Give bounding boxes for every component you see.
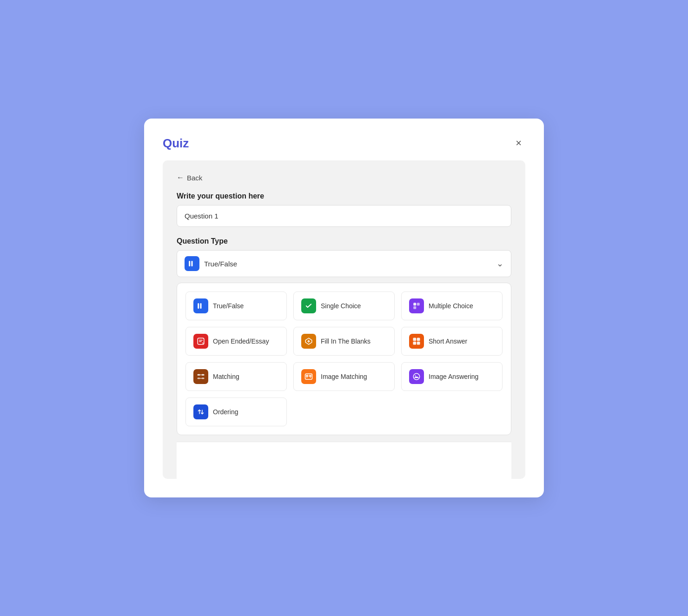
option-label-multiple-choice: Multiple Choice <box>429 302 473 310</box>
svg-point-26 <box>415 375 416 376</box>
option-matching[interactable]: Matching <box>185 362 287 391</box>
modal-body: ← Back Write your question here Question… <box>163 160 525 479</box>
close-button[interactable]: × <box>512 135 525 151</box>
selected-type-icon <box>185 256 199 271</box>
option-label-matching: Matching <box>213 373 239 380</box>
option-label-image-answering: Image Answering <box>429 373 478 380</box>
option-ordering[interactable]: Ordering <box>185 397 287 426</box>
option-open-ended[interactable]: Open Ended/Essay <box>185 327 287 356</box>
option-image-matching[interactable]: Image Matching <box>293 362 395 391</box>
question-type-label: Question Type <box>177 237 511 245</box>
fill-blanks-icon <box>301 334 316 349</box>
dropdown-selected: True/False <box>185 256 237 271</box>
svg-rect-5 <box>417 303 420 305</box>
ordering-icon <box>193 404 208 419</box>
svg-rect-0 <box>189 261 190 266</box>
option-label-single-choice: Single Choice <box>321 302 361 310</box>
option-label-image-matching: Image Matching <box>321 373 367 380</box>
svg-rect-10 <box>413 338 417 341</box>
option-multiple-choice[interactable]: Multiple Choice <box>401 291 503 320</box>
quiz-modal: Quiz × ← Back Write your question here Q… <box>144 119 544 497</box>
svg-rect-1 <box>192 261 193 266</box>
question-input[interactable] <box>177 205 511 227</box>
option-label-open-ended: Open Ended/Essay <box>213 338 269 345</box>
back-arrow-icon: ← <box>177 173 184 182</box>
short-answer-icon <box>409 334 424 349</box>
option-image-answering[interactable]: Image Answering <box>401 362 503 391</box>
essay-icon <box>193 334 208 349</box>
option-true-false[interactable]: True/False <box>185 291 287 320</box>
svg-rect-6 <box>413 306 416 309</box>
option-label-ordering: Ordering <box>213 408 238 416</box>
option-label-short-answer: Short Answer <box>429 338 467 345</box>
single-choice-icon <box>301 298 316 313</box>
modal-title: Quiz <box>163 136 189 151</box>
type-dropdown[interactable]: True/False ⌄ <box>177 250 511 277</box>
option-short-answer[interactable]: Short Answer <box>401 327 503 356</box>
selected-type-label: True/False <box>204 260 237 268</box>
option-label-fill-blanks: Fill In The Blanks <box>321 338 370 345</box>
svg-rect-3 <box>200 303 202 309</box>
svg-rect-4 <box>413 303 416 305</box>
svg-rect-11 <box>417 338 420 341</box>
svg-rect-14 <box>198 374 200 376</box>
bottom-spacer <box>177 442 511 479</box>
image-matching-icon <box>301 369 316 384</box>
true-false-icon <box>193 298 208 313</box>
svg-rect-21 <box>306 375 308 377</box>
chevron-down-icon: ⌄ <box>496 258 503 269</box>
back-label: Back <box>187 174 202 182</box>
svg-rect-17 <box>202 378 205 379</box>
multiple-choice-icon <box>409 298 424 313</box>
option-label-true-false: True/False <box>213 302 244 310</box>
svg-rect-22 <box>309 375 311 377</box>
back-button[interactable]: ← Back <box>177 173 202 182</box>
options-grid: True/False Single Choice Multiple Choice <box>185 291 503 426</box>
modal-header: Quiz × <box>163 135 525 151</box>
svg-rect-13 <box>417 342 420 345</box>
svg-rect-16 <box>198 378 200 379</box>
svg-rect-15 <box>202 374 205 376</box>
option-fill-blanks[interactable]: Fill In The Blanks <box>293 327 395 356</box>
svg-rect-12 <box>413 342 417 345</box>
svg-rect-2 <box>198 303 199 309</box>
image-answering-icon <box>409 369 424 384</box>
question-section-label: Write your question here <box>177 192 511 200</box>
matching-icon <box>193 369 208 384</box>
dropdown-list: True/False Single Choice Multiple Choice <box>177 283 511 435</box>
option-single-choice[interactable]: Single Choice <box>293 291 395 320</box>
